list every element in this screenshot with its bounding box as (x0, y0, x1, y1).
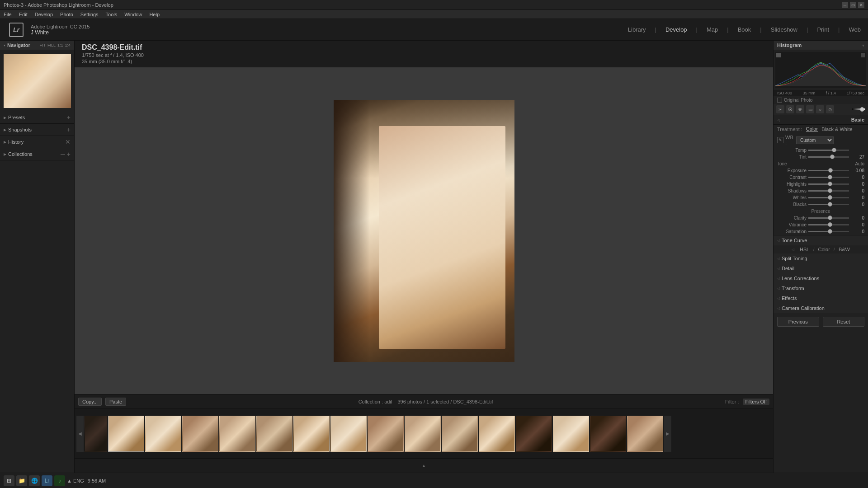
brush-tool[interactable]: ⊙ (826, 105, 834, 113)
hsl-link[interactable]: HSL (800, 247, 809, 252)
color-link[interactable]: Color (818, 247, 830, 252)
close-button[interactable]: ✕ (858, 2, 864, 8)
module-web[interactable]: Web (849, 26, 861, 33)
vibrance-slider-thumb[interactable] (828, 222, 832, 227)
histogram-clip-right[interactable] (861, 53, 865, 57)
fit-btn-fill[interactable]: FILL (47, 43, 56, 47)
menu-edit[interactable]: Edit (19, 12, 28, 17)
menu-file[interactable]: File (4, 12, 12, 17)
filter-value[interactable]: Filters Off (743, 399, 769, 405)
fit-btn-fit[interactable]: FIT (39, 43, 46, 47)
film-thumb-15[interactable] (590, 416, 626, 452)
original-photo-checkbox[interactable] (777, 98, 782, 103)
history-section[interactable]: ▶ History ✕ (0, 136, 74, 148)
clarity-slider-track[interactable] (808, 217, 849, 219)
menu-window[interactable]: Window (124, 12, 142, 17)
tint-slider-thumb[interactable] (830, 155, 835, 159)
shadows-slider-track[interactable] (808, 190, 849, 192)
presets-add-icon[interactable]: + (67, 114, 71, 121)
crop-tool[interactable]: ✂ (776, 105, 784, 113)
effects-section[interactable]: ◁ Effects (774, 293, 868, 303)
module-slideshow[interactable]: Slideshow (771, 26, 797, 33)
copy-button[interactable]: Copy... (78, 398, 102, 406)
tool-size-slider[interactable] (852, 108, 866, 110)
camera-calibration-section[interactable]: ◁ Camera Calibration (774, 303, 868, 313)
exposure-slider-thumb[interactable] (828, 168, 833, 173)
vibrance-slider-track[interactable] (808, 224, 849, 225)
spot-removal-tool[interactable]: ⦿ (786, 105, 794, 113)
exposure-slider-track[interactable] (808, 170, 849, 171)
clarity-slider-thumb[interactable] (828, 216, 832, 220)
film-thumb-7[interactable] (293, 416, 330, 452)
histogram-clip-left[interactable] (776, 53, 781, 57)
menu-settings[interactable]: Settings (80, 12, 99, 17)
bottom-arrow-up[interactable]: ▲ (422, 463, 426, 468)
module-develop[interactable]: Develop (665, 26, 687, 33)
reset-button[interactable]: Reset (823, 317, 865, 327)
auto-tone-button[interactable]: Auto (855, 161, 864, 166)
module-map[interactable]: Map (707, 26, 718, 33)
collections-add-icon[interactable]: + (67, 150, 71, 158)
module-book[interactable]: Book (738, 26, 751, 33)
treatment-color-btn[interactable]: Color (806, 126, 818, 132)
whites-slider-thumb[interactable] (828, 195, 832, 200)
history-remove-icon[interactable]: ✕ (65, 138, 71, 145)
temp-slider-track[interactable] (808, 150, 849, 151)
collections-section[interactable]: ▶ Collections ─ + (0, 148, 74, 160)
fit-btn-1-1[interactable]: 1:1 (57, 43, 63, 47)
snapshots-section[interactable]: ▶ Snapshots + (0, 124, 74, 136)
whites-slider-track[interactable] (808, 197, 849, 198)
film-thumb-14[interactable] (553, 416, 589, 452)
module-print[interactable]: Print (817, 26, 829, 33)
taskbar-explorer[interactable]: 📁 (16, 475, 27, 486)
wb-dropdown[interactable]: Custom As Shot Auto Daylight Cloudy Shad… (796, 136, 834, 144)
film-thumb-6[interactable] (256, 416, 292, 452)
shadows-slider-thumb[interactable] (828, 188, 832, 193)
contrast-slider-thumb[interactable] (828, 175, 832, 179)
film-thumb-8[interactable] (330, 416, 367, 452)
minimize-button[interactable]: ─ (842, 2, 848, 8)
grad-filter-tool[interactable]: ▭ (806, 105, 814, 113)
highlights-slider-track[interactable] (808, 183, 849, 185)
film-thumb-4[interactable] (182, 416, 218, 452)
histogram-toggle[interactable]: ▾ (862, 43, 864, 48)
taskbar-start[interactable]: ⊞ (4, 475, 14, 486)
menu-tools[interactable]: Tools (106, 12, 118, 17)
temp-slider-thumb[interactable] (832, 148, 836, 152)
menu-photo[interactable]: Photo (60, 12, 73, 17)
detail-section[interactable]: ◁ Detail (774, 263, 868, 273)
restore-button[interactable]: ▭ (850, 2, 856, 8)
navigator-header[interactable]: ▾ Navigator FIT FILL 1:1 1:4 (0, 41, 74, 50)
taskbar-chrome[interactable]: 🌐 (29, 475, 40, 486)
film-thumb-10[interactable] (405, 416, 441, 452)
contrast-slider-track[interactable] (808, 177, 849, 178)
blacks-slider-thumb[interactable] (828, 202, 832, 206)
previous-button[interactable]: Previous (777, 317, 819, 327)
taskbar-lightroom[interactable]: Lr (42, 475, 52, 486)
film-thumb-12[interactable] (479, 416, 515, 452)
taskbar-spotify[interactable]: ♪ (54, 475, 65, 486)
film-thumb-5[interactable] (219, 416, 255, 452)
wb-eyedropper[interactable]: ✎ (777, 137, 783, 143)
transform-section[interactable]: ◁ Transform (774, 283, 868, 293)
lens-corrections-section[interactable]: ◁ Lens Corrections (774, 273, 868, 283)
bw-link[interactable]: B&W (839, 247, 850, 252)
fit-btn-1-4[interactable]: 1:4 (65, 43, 71, 47)
film-thumb-3[interactable] (145, 416, 181, 452)
film-thumb-1[interactable] (85, 416, 107, 452)
menu-develop[interactable]: Develop (35, 12, 53, 17)
tool-size-handle[interactable] (860, 107, 864, 112)
treatment-bw-btn[interactable]: Black & White (821, 127, 852, 132)
film-thumb-16[interactable] (627, 416, 663, 452)
split-toning-section[interactable]: ◁ Split Toning (774, 253, 868, 263)
film-thumb-11[interactable] (442, 416, 478, 452)
module-library[interactable]: Library (628, 26, 646, 33)
film-thumb-9[interactable] (368, 416, 404, 452)
film-thumb-2[interactable] (108, 416, 144, 452)
highlights-slider-thumb[interactable] (828, 182, 832, 186)
saturation-slider-track[interactable] (808, 231, 849, 232)
snapshots-add-icon[interactable]: + (67, 126, 71, 133)
filmstrip-left-arrow[interactable]: ◀ (76, 416, 84, 452)
saturation-slider-thumb[interactable] (828, 229, 832, 234)
radial-filter-tool[interactable]: ○ (816, 105, 824, 113)
